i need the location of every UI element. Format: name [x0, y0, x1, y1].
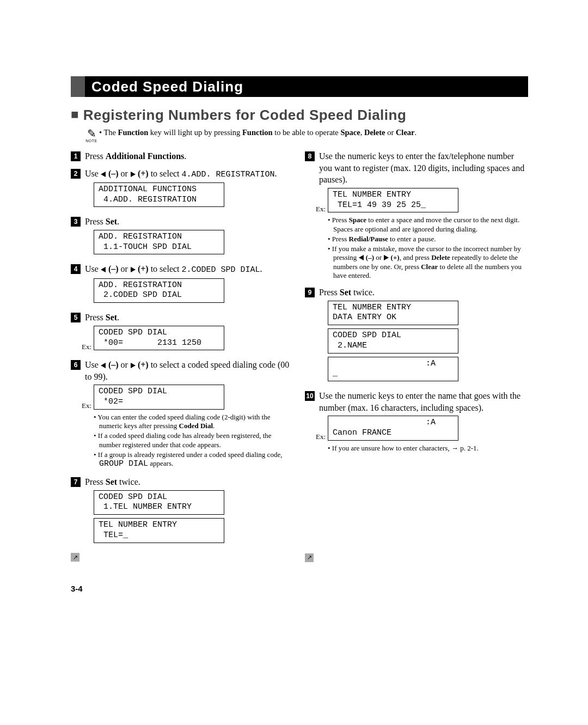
step-9: 9 Press Set twice. TEL NUMBER ENTRY DATA… — [305, 287, 528, 385]
note-row: ✎NOTE • The Function key will light up b… — [84, 128, 528, 143]
txt: . — [275, 169, 277, 178]
left-arrow-icon — [101, 267, 106, 272]
kw-space: Space — [349, 216, 367, 224]
kw-set: Set — [106, 313, 117, 322]
list-item: Press Space to enter a space and move th… — [328, 216, 528, 234]
kw-plus: (+) — [389, 253, 399, 261]
txt: . — [213, 422, 215, 430]
lcd-display: CODED SPD DIAL *00= 2131 1250 — [94, 326, 224, 351]
note-icon: ✎NOTE — [84, 128, 99, 143]
txt: Press — [85, 477, 106, 486]
kw-space: Space — [340, 128, 360, 137]
txt: . — [117, 217, 119, 226]
list-item: If a group is already registered under a… — [94, 450, 294, 470]
txt: Use — [85, 264, 101, 273]
kw-coded-dial: Coded Dial — [179, 422, 213, 430]
lcd-display: ADD. REGISTRATION 2.CODED SPD DIAL — [94, 278, 224, 303]
txt: or — [385, 128, 396, 137]
lcd-display: ADDITIONAL FUNCTIONS 4.ADD. REGISTRATION — [94, 182, 224, 208]
step-4: 4 Use (–) or (+) to select 2.CODED SPD D… — [71, 263, 294, 306]
list-item: Press Redial/Pause to enter a pause. — [328, 235, 528, 243]
right-arrow-icon — [131, 172, 136, 177]
menu-label: GROUP DIAL — [99, 459, 148, 468]
kw-minus: (–) — [364, 253, 374, 261]
txt: Press — [319, 288, 340, 297]
menu-path: 2.CODED SPD DIAL — [182, 265, 260, 275]
left-arrow-icon — [101, 172, 106, 177]
list-item: If a coded speed dialing code has alread… — [94, 431, 294, 449]
lcd-display: CODED SPD DIAL *02= — [94, 385, 224, 410]
kw-set: Set — [106, 477, 117, 486]
txt: twice. — [351, 288, 375, 297]
txt: appears. — [148, 459, 173, 467]
kw-set: Set — [106, 217, 117, 226]
lcd-display: CODED SPD DIAL 2.NAME — [328, 328, 458, 354]
section-heading: ■ Registering Numbers for Coded Speed Di… — [71, 107, 528, 124]
list-item: You can enter the coded speed dialing co… — [94, 413, 294, 431]
continue-icon: ↗ — [305, 553, 314, 562]
kw-minus: (–) — [106, 264, 119, 273]
step-10: 10 Use the numeric keys to enter the nam… — [305, 390, 528, 454]
lcd-display: TEL NUMBER ENTRY TEL=1 49 39 25 25_ — [328, 188, 458, 213]
step-8: 8 Use the numeric keys to enter the fax/… — [305, 150, 528, 281]
lcd-display: TEL NUMBER ENTRY DATA ENTRY OK — [328, 301, 458, 326]
menu-path: 4.ADD. REGISTRATION — [182, 170, 275, 179]
kw-minus: (–) — [106, 169, 119, 178]
continue-icon: ↗ — [71, 553, 79, 562]
left-arrow-icon — [359, 255, 364, 260]
kw-function: Function — [118, 128, 149, 137]
sub-bullets: You can enter the coded speed dialing co… — [94, 413, 294, 470]
square-bullet-icon: ■ — [71, 107, 79, 121]
kw-clear: Clear — [421, 263, 438, 271]
lcd-display: TEL NUMBER ENTRY TEL=_ — [94, 518, 224, 543]
txt: Use the numeric keys to enter the fax/te… — [319, 151, 524, 184]
kw-clear: Clear — [396, 128, 415, 137]
two-columns: 1 Press Additional Functions. 2 Use (–) … — [71, 150, 528, 562]
right-arrow-icon — [384, 255, 389, 260]
kw-minus: (–) — [106, 360, 119, 369]
num-badge-1: 1 — [71, 151, 81, 161]
num-badge-10: 10 — [305, 391, 315, 401]
txt: Use the numeric keys to enter the name t… — [319, 391, 520, 412]
section-title: Registering Numbers for Coded Speed Dial… — [83, 107, 407, 123]
left-arrow-icon — [101, 363, 106, 368]
txt: or — [374, 253, 383, 261]
lcd-display: :A Canon FRANCE — [328, 416, 458, 441]
txt: Press — [85, 217, 106, 226]
txt: . — [260, 264, 262, 273]
txt: • The — [99, 128, 118, 137]
kw-set: Set — [340, 288, 351, 297]
txt: to be able to operate — [273, 128, 341, 137]
txt: to enter a pause. — [388, 235, 436, 243]
txt: . — [415, 128, 417, 137]
step-3: 3 Press Set. ADD. REGISTRATION 1.1-TOUCH… — [71, 216, 294, 258]
list-item: If you make a mistake, move the cursor t… — [328, 245, 528, 280]
ex-label: Ex: — [316, 204, 327, 216]
num-badge-4: 4 — [71, 264, 81, 274]
step-7: 7 Press Set twice. CODED SPD DIAL 1.TEL … — [71, 476, 294, 546]
txt: , — [360, 128, 364, 137]
txt: . — [117, 313, 119, 322]
num-badge-7: 7 — [71, 477, 81, 487]
lcd-display: CODED SPD DIAL 1.TEL NUMBER ENTRY — [94, 490, 224, 515]
txt: to select — [149, 169, 182, 178]
kw-plus: (+) — [136, 264, 149, 273]
txt: If a group is already registered under a… — [98, 450, 283, 459]
step-1: 1 Press Additional Functions. — [71, 150, 294, 162]
title-tab — [71, 76, 85, 97]
lcd-display: ADD. REGISTRATION 1.1-TOUCH SPD DIAL — [94, 230, 224, 255]
num-badge-5: 5 — [71, 313, 81, 322]
txt: Press — [332, 216, 349, 224]
step-2: 2 Use (–) or (+) to select 4.ADD. REGIST… — [71, 168, 294, 211]
note-label: NOTE — [84, 139, 99, 143]
page-number: 3-4 — [71, 584, 528, 593]
kw-delete: Delete — [364, 128, 385, 137]
ex-label: Ex: — [82, 342, 93, 354]
lcd-display: :A _ — [328, 357, 458, 382]
txt: Use — [85, 169, 101, 178]
num-badge-8: 8 — [305, 151, 315, 161]
num-badge-6: 6 — [71, 360, 81, 370]
txt: or — [119, 360, 130, 369]
num-badge-2: 2 — [71, 169, 81, 179]
txt: or — [119, 264, 130, 273]
